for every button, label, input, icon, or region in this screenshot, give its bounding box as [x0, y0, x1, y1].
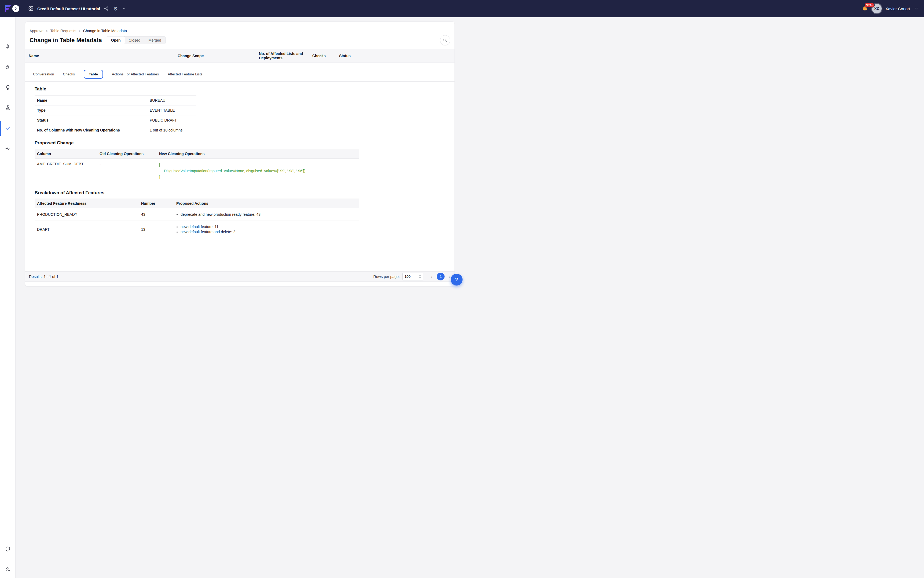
sidebar-collapse-button[interactable]: [12, 5, 19, 12]
search-button[interactable]: [440, 35, 450, 45]
search-icon: [443, 38, 447, 42]
rows-per-page-label: Rows per page:: [373, 274, 400, 279]
title-row: Change in Table Metadata Open Closed Mer…: [25, 33, 454, 44]
sidebar-item-insights[interactable]: [0, 81, 16, 93]
previous-page-button[interactable]: ‹: [430, 274, 433, 279]
column-header-status: Status: [339, 54, 454, 58]
app-logo-icon: [3, 4, 12, 13]
kv-label: Status: [35, 118, 150, 122]
breadcrumb-item-current: Change in Table Metadata: [83, 29, 127, 33]
proposed-change-header: Column Old Cleaning Operations New Clean…: [35, 149, 359, 159]
request-table-header: Name Change Scope No. of Affected Lists …: [25, 49, 454, 63]
sidebar-item-explore[interactable]: [0, 41, 16, 53]
kv-value: EVENT TABLE: [150, 108, 175, 112]
filter-open-button[interactable]: Open: [107, 36, 125, 44]
stepper-arrows-icon: [419, 274, 421, 279]
pagination-controls: Rows per page: 100 ‹ 1 ›: [373, 273, 451, 281]
proposed-change-heading: Proposed Change: [35, 140, 454, 146]
kv-value: BUREAU: [150, 98, 165, 102]
column-header-proposed-actions: Proposed Actions: [174, 201, 359, 206]
table-row: Name BUREAU: [35, 95, 196, 105]
column-header-column: Column: [35, 152, 97, 156]
column-name-cell: AMT_CREDIT_SUM_DEBT: [35, 162, 97, 180]
page-1-button[interactable]: 1: [437, 273, 444, 281]
actions-cell: deprecate and new production ready featu…: [174, 212, 359, 217]
code-line: DisguisedValueImputation(imputed_value=N…: [159, 168, 356, 174]
new-cleaning-cell: [ DisguisedValueImputation(imputed_value…: [157, 162, 359, 180]
chevron-down-icon: [122, 7, 126, 10]
column-header-number: Number: [139, 201, 174, 206]
tab-actions-for-affected-features[interactable]: Actions For Affected Features: [112, 70, 159, 78]
tab-checks[interactable]: Checks: [63, 70, 75, 78]
kv-label: No. of Columns with New Cleaning Operati…: [35, 128, 150, 132]
sidebar-item-approve[interactable]: [0, 122, 16, 134]
breakdown-header: Affected Feature Readiness Number Propos…: [35, 198, 359, 208]
lightbulb-icon: [5, 84, 11, 91]
number-cell: 43: [139, 212, 174, 216]
code-line: [: [159, 162, 356, 168]
column-header-checks: Checks: [312, 54, 339, 58]
tab-table[interactable]: Table: [84, 70, 103, 79]
request-detail: Conversation Checks Table Actions For Af…: [25, 63, 454, 238]
breadcrumb-item-approve[interactable]: Approve: [29, 29, 44, 33]
column-header-readiness: Affected Feature Readiness: [35, 201, 139, 206]
pulse-icon: [5, 146, 11, 152]
action-item: deprecate and new production ready featu…: [181, 212, 356, 217]
old-cleaning-cell: -: [97, 162, 157, 180]
project-settings-button[interactable]: ⚙: [112, 5, 118, 12]
table-row: No. of Columns with New Cleaning Operati…: [35, 125, 196, 135]
breakdown-table: Affected Feature Readiness Number Propos…: [35, 198, 359, 238]
page-title: Change in Table Metadata: [29, 37, 102, 44]
table-row: Status PUBLIC DRAFT: [35, 115, 196, 125]
project-menu-button[interactable]: [122, 6, 127, 11]
main-content: Approve > Table Requests > Change in Tab…: [16, 17, 462, 289]
breadcrumb-separator: >: [46, 29, 48, 33]
sidebar: [0, 17, 16, 289]
sidebar-item-monitor[interactable]: [0, 143, 16, 154]
rocket-icon: [5, 44, 11, 50]
table-info: Name BUREAU Type EVENT TABLE Status PUBL…: [35, 95, 196, 135]
breadcrumb-item-table-requests[interactable]: Table Requests: [50, 29, 76, 33]
share-button[interactable]: [103, 5, 109, 12]
breakdown-heading: Breakdown of Affected Features: [35, 190, 454, 196]
share-icon: [104, 6, 109, 11]
column-header-old-cleaning: Old Cleaning Operations: [97, 152, 157, 156]
proposed-change-table: Column Old Cleaning Operations New Clean…: [35, 149, 359, 184]
filter-closed-button[interactable]: Closed: [125, 36, 144, 44]
kv-value: 1 out of 18 columns: [150, 128, 182, 132]
readiness-cell: PRODUCTION_READY: [35, 212, 139, 216]
kv-label: Name: [35, 98, 150, 102]
results-footer: Results: 1 - 1 of 1 Rows per page: 100 ‹…: [25, 271, 454, 282]
table-row: AMT_CREDIT_SUM_DEBT - [ DisguisedValueIm…: [35, 159, 359, 184]
catalog-grid-icon: [28, 5, 34, 12]
rows-per-page-select[interactable]: 100: [402, 273, 423, 281]
kv-label: Type: [35, 108, 150, 112]
chevron-right-icon: [14, 7, 18, 10]
help-button[interactable]: ?: [451, 274, 462, 286]
tab-conversation[interactable]: Conversation: [33, 70, 54, 78]
readiness-cell: DRAFT: [35, 227, 139, 232]
column-header-change-scope: Change Scope: [178, 54, 259, 58]
table-row: Type EVENT TABLE: [35, 105, 196, 115]
rows-per-page-value: 100: [405, 274, 419, 279]
next-page-button[interactable]: ›: [448, 274, 451, 279]
approve-request-card: Approve > Table Requests > Change in Tab…: [25, 21, 455, 287]
hand-icon: [5, 64, 11, 70]
actions-cell: new default feature: 11 new default feat…: [174, 224, 359, 235]
breadcrumb-separator: >: [79, 29, 81, 33]
table-row: PRODUCTION_READY 43 deprecate and new pr…: [35, 208, 359, 221]
gear-icon: ⚙: [113, 6, 118, 11]
check-icon: [5, 125, 11, 131]
detail-tabs: Conversation Checks Table Actions For Af…: [25, 63, 454, 79]
code-line: ]: [159, 174, 356, 180]
sidebar-item-experiments[interactable]: [0, 102, 16, 114]
action-item: new default feature: 11: [181, 224, 356, 229]
table-section-heading: Table: [35, 86, 454, 92]
project-title: Credit Default Dataset UI tutorial: [37, 6, 100, 11]
status-filter-group: Open Closed Merged: [107, 36, 165, 44]
filter-merged-button[interactable]: Merged: [144, 36, 165, 44]
column-header-affected: No. of Affected Lists and Deployments: [259, 52, 312, 60]
tab-affected-feature-lists[interactable]: Affected Feature Lists: [168, 70, 202, 78]
sidebar-item-catalog[interactable]: [0, 61, 16, 73]
topbar: Credit Default Dataset UI tutorial ⚙: [0, 0, 462, 17]
